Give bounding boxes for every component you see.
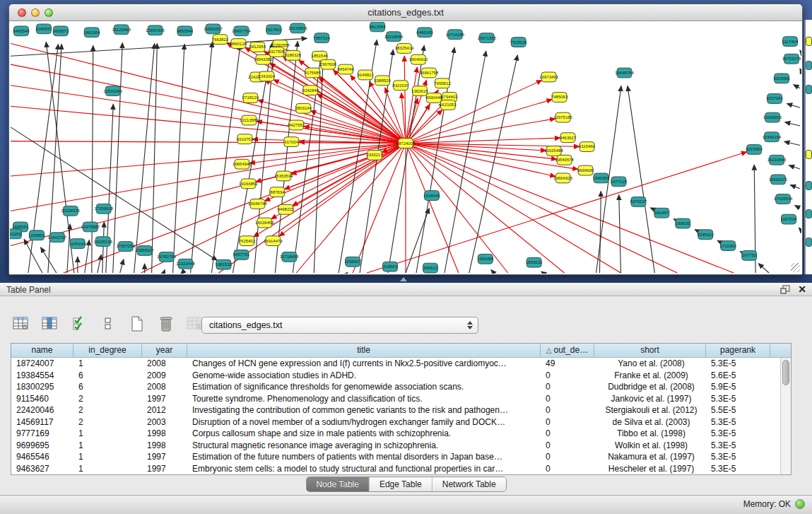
close-panel-button[interactable]: ✕	[798, 284, 806, 294]
graph-node-label: 9990448	[425, 95, 442, 100]
graph-edge	[11, 44, 406, 144]
table-row[interactable]: 1938455462009Genome-wide association stu…	[11, 370, 791, 382]
graph-node-label: 1058907	[345, 259, 361, 264]
column-header-short[interactable]: short	[594, 344, 706, 357]
combo-stepper-icon	[464, 321, 478, 329]
graph-edge	[11, 106, 406, 143]
graph-node-label: 917004	[284, 140, 299, 144]
graph-node-label: 19218586	[384, 35, 404, 39]
create-column-button[interactable]	[127, 315, 147, 335]
graph-node-label: 17359938	[94, 206, 113, 211]
table-row[interactable]: 1830029562008Estimation of significance …	[11, 381, 791, 393]
graph-node-label: 9699695	[577, 168, 594, 173]
status-bar: Memory: OK	[0, 495, 812, 514]
table-cell: 2	[73, 393, 142, 405]
table-cell: 9463627	[11, 463, 73, 475]
column-header-year[interactable]: year	[142, 344, 187, 357]
table-row[interactable]: 911546021997Tourette syndrome. Phenomeno…	[11, 393, 791, 405]
split-pane-handle[interactable]	[400, 277, 407, 281]
graph-edge	[628, 86, 654, 273]
graph-edge	[406, 138, 560, 144]
graph-edge	[406, 144, 620, 273]
graph-node-label: 15123493	[112, 28, 131, 32]
graph-node-label: 9457791	[233, 252, 250, 257]
delete-column-button[interactable]	[156, 315, 176, 335]
tab-edge-table[interactable]: Edge Table	[370, 477, 433, 491]
row-stack-button[interactable]	[98, 315, 118, 335]
graph-node-label: 20691406	[146, 28, 165, 33]
table-cell: 5.3E-5	[706, 428, 770, 440]
graph-edge	[541, 271, 543, 273]
table-row[interactable]: 969969511998Structural magnetic resonanc…	[11, 440, 791, 452]
delete-column-icon	[159, 315, 173, 335]
graph-node-label: 10973493	[539, 75, 558, 79]
table-type-tabs: Node TableEdge TableNetwork Table	[305, 477, 506, 492]
graph-node-label: 7485063	[551, 95, 568, 100]
graph-node-label: 9115460	[579, 145, 596, 149]
graph-node-label: 19166852	[239, 182, 258, 186]
table-mode-button[interactable]: ⚙	[11, 315, 31, 335]
graph-node	[806, 85, 812, 94]
table-row[interactable]: 946362711997Embryonic stem cells: a mode…	[11, 463, 791, 475]
graph-node-label: 9245022	[698, 233, 714, 237]
graph-node-label: 1362615	[411, 89, 428, 93]
table-cell: 1	[73, 428, 142, 440]
graph-node-label: 17016504	[774, 197, 793, 201]
graph-edge	[758, 264, 769, 273]
graph-node-label: 9327508	[269, 49, 286, 54]
table-cell: 1998	[142, 440, 187, 452]
table-cell: 0	[541, 463, 594, 475]
graph-node-label: 1863632	[526, 260, 542, 264]
tab-node-table[interactable]: Node Table	[306, 477, 370, 491]
table-cell: Stergiakouli et al. (2012)	[594, 404, 706, 416]
table-cell: 2009	[142, 370, 187, 382]
graph-node-label: 7625402	[239, 239, 255, 243]
scrollbar-thumb[interactable]	[782, 360, 789, 385]
graph-node-label: 17957253	[116, 245, 135, 249]
column-header-name[interactable]: name	[11, 344, 73, 357]
graph-edge	[211, 44, 240, 273]
table-cell: Yano et al. (2008)	[594, 358, 706, 370]
network-window-titlebar: citations_edges.txt	[9, 4, 802, 21]
table-row[interactable]: 1456911722003Disruption of a novel membe…	[11, 416, 791, 428]
table-cell: 6	[73, 381, 142, 393]
graph-edge	[120, 259, 124, 273]
graph-node-label: 2342004	[259, 74, 276, 78]
graph-node	[806, 37, 812, 46]
selection-checks-button[interactable]	[69, 315, 89, 335]
table-cell: 18724007	[11, 358, 73, 370]
graph-node-label: 16210643	[767, 158, 787, 162]
table-selector-combobox[interactable]: citations_edges.txt	[201, 317, 478, 334]
table-cell: Structural magnetic resonance image aver…	[187, 440, 541, 452]
table-cell: Investigating the contribution of common…	[187, 404, 541, 416]
table-row[interactable]: 2242004622012Investigating the contribut…	[11, 404, 791, 416]
graph-node-label: 16671355	[478, 36, 497, 40]
table-cell: Estimation of significance thresholds fo…	[187, 381, 541, 393]
graph-node-label: 16961758	[420, 71, 439, 75]
graph-node-label: 10719185	[446, 33, 465, 37]
table-row[interactable]: 1872400712008Changes of HCN gene express…	[11, 358, 791, 370]
column-header-out_de[interactable]: △out_de…	[541, 344, 594, 357]
table-row[interactable]: 946554611997Estimation of the future num…	[11, 451, 791, 463]
memory-status-indicator[interactable]	[795, 499, 805, 509]
table-cell: 1	[73, 440, 142, 452]
column-header-title[interactable]: title	[187, 344, 541, 357]
graph-node-label: 1156863	[29, 233, 46, 238]
tab-network-table[interactable]: Network Table	[433, 477, 506, 491]
window-resize-grip[interactable]	[791, 263, 800, 272]
graph-node-label: 887834	[270, 190, 285, 194]
table-header-row: namein_degreeyeartitle△out_de…shortpager…	[11, 344, 791, 358]
create-column-icon	[130, 315, 144, 335]
graph-node	[806, 150, 812, 159]
graph-node-label: 12975185	[553, 115, 572, 119]
float-panel-button[interactable]	[780, 285, 791, 294]
vertical-scrollbar[interactable]	[780, 358, 791, 474]
show-columns-button[interactable]	[40, 315, 60, 335]
column-header-pagerank[interactable]: pagerank	[706, 344, 770, 357]
graph-node-label: 10025488	[544, 148, 563, 153]
network-canvas[interactable]: 9465546204055724055721861304151234932069…	[10, 22, 801, 274]
table-row[interactable]: 977716911998Corpus callosum shape and si…	[11, 428, 791, 440]
column-header-in_degree[interactable]: in_degree	[73, 344, 142, 357]
graph-edge	[445, 51, 486, 273]
graph-node	[806, 238, 812, 247]
